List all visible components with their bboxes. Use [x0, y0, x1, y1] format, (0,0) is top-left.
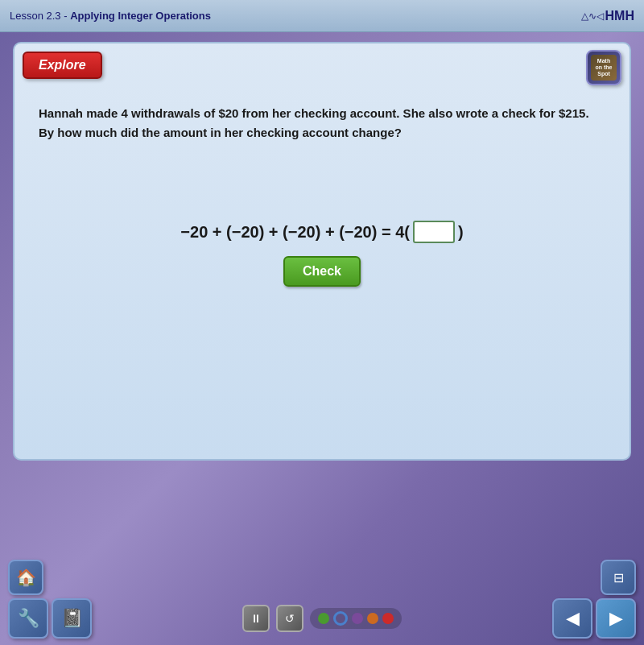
next-icon: ▶ [609, 608, 623, 629]
pause-button[interactable]: ⏸ [242, 605, 270, 632]
problem-area: Hannah made 4 withdrawals of $20 from he… [39, 104, 605, 143]
nav-buttons: ◀ ▶ [552, 598, 636, 639]
back-button[interactable]: ◀ [552, 598, 592, 639]
bottom-toolbar: 🏠 🔧 📓 ⏸ ↺ ⊟ [0, 564, 644, 645]
answer-input[interactable] [413, 221, 455, 243]
lesson-subtitle: Applying Integer Operations [70, 10, 211, 22]
wrench-icon: 🔧 [18, 608, 39, 629]
main-content-panel: Explore Mathon theSpot Hannah made 4 wit… [13, 42, 631, 461]
dot-4[interactable] [367, 613, 378, 624]
lesson-title: Lesson 2.3 - Applying Integer Operations [10, 10, 211, 22]
dot-1[interactable] [318, 613, 329, 624]
wrench-button[interactable]: 🔧 [8, 598, 48, 639]
pause-icon: ⏸ [250, 612, 262, 625]
problem-text-line2: By how much did the amount in her checki… [39, 123, 605, 143]
triangle-icon: △∿◁ [581, 10, 604, 22]
progress-dots [310, 608, 402, 629]
explore-button[interactable]: Explore [23, 52, 102, 79]
problem-text-line1: Hannah made 4 withdrawals of $20 from he… [39, 104, 605, 123]
caption-icon: ⊟ [613, 570, 624, 585]
bottom-left-controls: 🏠 🔧 📓 [8, 560, 92, 639]
lesson-number: Lesson 2.3 [10, 10, 61, 22]
hmh-logo: △∿◁ HMH [581, 9, 634, 23]
notebook-icon: 📓 [61, 608, 83, 629]
equation-closing: ) [458, 223, 464, 242]
check-button[interactable]: Check [283, 256, 361, 287]
bottom-center-controls: ⏸ ↺ [242, 605, 402, 632]
math-spot-button[interactable]: Mathon theSpot [586, 50, 621, 85]
home-icon: 🏠 [16, 568, 36, 587]
dot-3[interactable] [352, 613, 363, 624]
caption-button[interactable]: ⊟ [601, 560, 636, 595]
notebook-button[interactable]: 📓 [52, 598, 92, 639]
logo-text: HMH [605, 9, 634, 23]
replay-button[interactable]: ↺ [276, 605, 303, 632]
next-button[interactable]: ▶ [596, 598, 636, 639]
dot-2[interactable] [333, 611, 348, 626]
math-spot-icon: Mathon theSpot [591, 55, 617, 81]
home-button[interactable]: 🏠 [8, 560, 43, 595]
equation-area: −20 + (−20) + (−20) + (−20) = 4( ) Check [14, 221, 630, 287]
replay-icon: ↺ [285, 612, 295, 625]
equation-line: −20 + (−20) + (−20) + (−20) = 4( ) [180, 221, 463, 243]
bottom-right-controls: ⊟ ◀ ▶ [552, 560, 636, 639]
back-icon: ◀ [566, 608, 580, 629]
header-bar: Lesson 2.3 - Applying Integer Operations… [0, 0, 644, 32]
dot-5[interactable] [382, 613, 394, 624]
equation-expression: −20 + (−20) + (−20) + (−20) = 4( [180, 223, 410, 242]
bottom-tools: 🔧 📓 [8, 598, 92, 639]
